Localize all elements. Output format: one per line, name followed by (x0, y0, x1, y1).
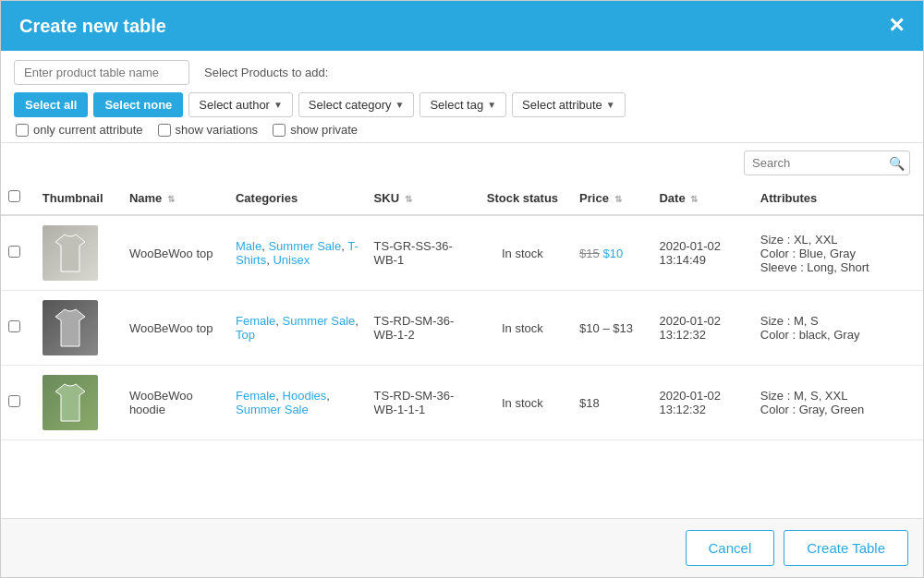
date-cell: 2020-01-02 13:12:32 (651, 291, 752, 366)
stock-cell: In stock (473, 215, 572, 291)
product-attributes: Size : XL, XXLColor : Blue, GraySleeve :… (760, 233, 869, 274)
col-check[interactable] (1, 181, 35, 215)
category-link[interactable]: Summer Sale (283, 314, 356, 328)
select-products-label: Select Products to add: (204, 66, 328, 79)
chevron-down-icon: ▼ (395, 100, 404, 110)
show-variations-checkbox[interactable] (158, 124, 171, 137)
select-tag-dropdown[interactable]: Select tag ▼ (419, 92, 506, 117)
only-current-attribute-checkbox[interactable] (16, 124, 29, 137)
show-variations-checkbox-label[interactable]: show variations (158, 123, 259, 137)
col-price[interactable]: Price ⇅ (572, 181, 651, 215)
attributes-cell: Size : M, S, XXLColor : Gray, Green (753, 366, 923, 440)
select-all-checkbox[interactable] (8, 190, 20, 202)
stock-status: In stock (502, 396, 543, 410)
products-table: Thumbnail Name ⇅ Categories SKU ⇅ (1, 181, 923, 440)
search-icon[interactable]: 🔍 (889, 156, 905, 171)
table-header-row: Thumbnail Name ⇅ Categories SKU ⇅ (1, 181, 923, 215)
product-sku: TS-GR-SS-36-WB-1 (374, 239, 453, 267)
cancel-button[interactable]: Cancel (686, 530, 775, 566)
name-cell: WooBeWoo top (122, 215, 228, 291)
name-cell: WooBeWoo hoodie (122, 366, 228, 440)
col-attributes[interactable]: Attributes (753, 181, 923, 215)
col-name[interactable]: Name ⇅ (122, 181, 228, 215)
search-area: 🔍 (1, 143, 923, 181)
select-all-button[interactable]: Select all (14, 92, 88, 117)
product-name: WooBeWoo top (129, 247, 213, 260)
price-cell: $10 – $13 (572, 291, 651, 366)
controls-row2: Select all Select none Select author ▼ S… (14, 92, 910, 117)
show-private-checkbox[interactable] (273, 124, 286, 137)
select-category-dropdown[interactable]: Select category ▼ (298, 92, 415, 117)
product-name: WooBeWoo top (129, 321, 213, 335)
category-link[interactable]: Female (236, 389, 275, 403)
stock-status: In stock (502, 247, 543, 260)
categories-cell: Male, Summer Sale, T-Shirts, Unisex (228, 215, 367, 291)
modal-title: Create new table (19, 16, 166, 37)
price-new: $10 (602, 247, 623, 260)
thumbnail-cell (35, 366, 122, 440)
price-old: $15 (579, 247, 600, 260)
sku-cell: TS-RD-SM-36-WB-1-1-1 (367, 366, 473, 440)
product-attributes: Size : M, S, XXLColor : Gray, Green (760, 389, 864, 416)
product-sku: TS-RD-SM-36-WB-1-2 (374, 314, 455, 342)
modal-body: Select Products to add: Select all Selec… (1, 51, 923, 518)
stock-status: In stock (502, 321, 543, 335)
col-thumbnail[interactable]: Thumbnail (35, 181, 122, 215)
only-current-attribute-checkbox-label[interactable]: only current attribute (16, 123, 143, 137)
price-range: $10 – $13 (579, 321, 633, 335)
table-name-input[interactable] (14, 60, 189, 85)
product-sku: TS-RD-SM-36-WB-1-1-1 (374, 389, 455, 416)
row-checkbox[interactable] (8, 395, 20, 407)
sort-icon: ⇅ (690, 194, 698, 204)
col-sku[interactable]: SKU ⇅ (367, 181, 473, 215)
category-link[interactable]: Male (236, 239, 261, 253)
attributes-cell: Size : XL, XXLColor : Blue, GraySleeve :… (753, 215, 923, 291)
product-date: 2020-01-02 13:12:32 (659, 389, 721, 416)
search-wrap: 🔍 (744, 151, 910, 175)
create-table-button[interactable]: Create Table (784, 530, 908, 566)
product-thumbnail (43, 375, 98, 430)
name-cell: WooBeWoo top (122, 291, 228, 366)
category-link[interactable]: Summer Sale (236, 403, 309, 416)
select-none-button[interactable]: Select none (93, 92, 183, 117)
category-link[interactable]: Hoodies (283, 389, 327, 403)
product-thumbnail (43, 225, 98, 281)
products-table-scroll[interactable]: Thumbnail Name ⇅ Categories SKU ⇅ (1, 181, 923, 518)
col-date[interactable]: Date ⇅ (651, 181, 752, 215)
product-attributes: Size : M, SColor : black, Gray (760, 314, 860, 342)
category-link[interactable]: Top (236, 328, 255, 342)
price-cell: $15 $10 (572, 215, 651, 291)
row-checkbox-cell (1, 215, 35, 291)
product-name: WooBeWoo hoodie (129, 389, 193, 416)
category-link[interactable]: Unisex (273, 253, 310, 267)
price-single: $18 (579, 396, 600, 410)
select-attribute-dropdown[interactable]: Select attribute ▼ (512, 92, 626, 117)
thumbnail-cell (35, 291, 122, 366)
select-author-dropdown[interactable]: Select author ▼ (188, 92, 293, 117)
product-thumbnail (43, 300, 98, 355)
controls-row3: only current attribute show variations s… (14, 123, 910, 137)
category-link[interactable]: Female (236, 314, 275, 328)
modal-create-table: Create new table ✕ Select Products to ad… (0, 0, 924, 578)
row-checkbox[interactable] (8, 320, 20, 332)
category-link[interactable]: Summer Sale (268, 239, 341, 253)
sort-icon: ⇅ (167, 194, 175, 204)
controls-row1: Select Products to add: (14, 60, 910, 85)
chevron-down-icon: ▼ (274, 100, 283, 110)
sort-icon: ⇅ (405, 194, 412, 204)
price-cell: $18 (572, 366, 651, 440)
search-input[interactable] (744, 151, 910, 175)
row-checkbox-cell (1, 291, 35, 366)
table-row: WooBeWoo top Male, Summer Sale, T-Shirts… (1, 215, 923, 291)
col-stock-status[interactable]: Stock status (473, 181, 572, 215)
col-categories[interactable]: Categories (228, 181, 367, 215)
stock-cell: In stock (473, 291, 572, 366)
show-private-checkbox-label[interactable]: show private (273, 123, 358, 137)
categories-cell: Female, Hoodies, Summer Sale (228, 366, 367, 440)
row-checkbox-cell (1, 366, 35, 440)
table-row: WooBeWoo hoodie Female, Hoodies, Summer … (1, 366, 923, 440)
product-date: 2020-01-02 13:14:49 (659, 239, 721, 267)
row-checkbox[interactable] (8, 246, 20, 258)
modal-footer: Cancel Create Table (1, 518, 923, 577)
close-icon[interactable]: ✕ (888, 14, 905, 38)
